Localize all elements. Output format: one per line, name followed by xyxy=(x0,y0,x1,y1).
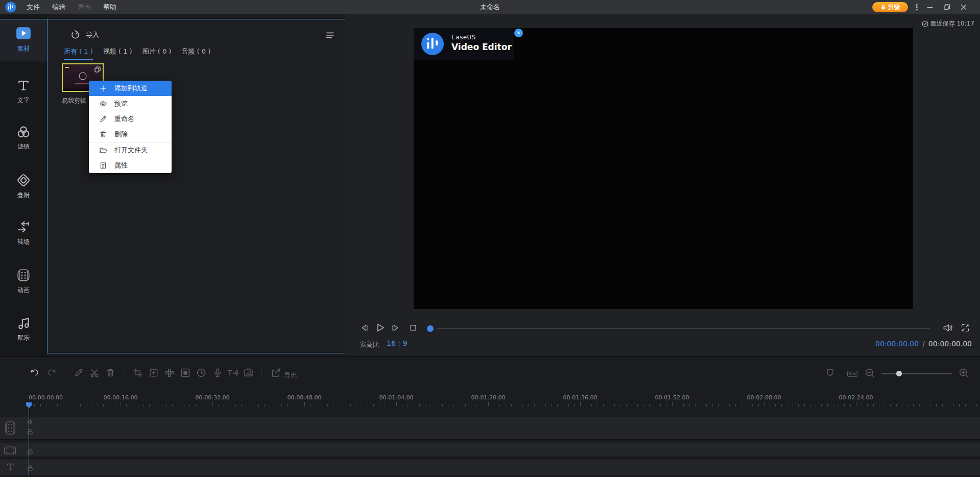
previous-frame-button[interactable] xyxy=(359,323,369,333)
play-button[interactable] xyxy=(374,322,386,333)
crop-icon[interactable] xyxy=(133,368,143,378)
timecode-display: 00:00:00.00 / 00:00:00.00 xyxy=(875,340,972,348)
edit-icon[interactable] xyxy=(74,368,84,378)
track-speaker-icon[interactable] xyxy=(27,419,33,425)
video-track-row[interactable] xyxy=(0,417,980,440)
zoom-out-icon[interactable] xyxy=(865,368,875,378)
menu-bar: 文件 编辑 导出 帮助 xyxy=(20,0,123,14)
playhead-line[interactable] xyxy=(29,403,29,477)
ruler-label: 00:01:04.00 xyxy=(379,394,414,401)
track-unlock-icon[interactable] xyxy=(27,428,33,435)
tab-video[interactable]: 视频 ( 1 ) xyxy=(103,47,132,60)
sidebar-item-label: 文字 xyxy=(17,96,30,105)
sidebar-item-label: 滤镜 xyxy=(17,142,30,151)
watermark-brand: EaseUS xyxy=(451,34,476,41)
playhead-handle[interactable] xyxy=(26,402,32,408)
menu-edit[interactable]: 编辑 xyxy=(46,0,71,14)
sidebar-item-text[interactable]: 文字 xyxy=(0,78,47,105)
total-time: 00:00:00.00 xyxy=(928,340,972,348)
context-menu-properties[interactable]: 属性 xyxy=(89,158,172,173)
timeline-zoom-slider[interactable] xyxy=(881,373,952,374)
sidebar-item-filter[interactable]: 滤镜 xyxy=(0,125,47,151)
aspect-ratio-value[interactable]: 16 : 9 xyxy=(387,339,407,347)
track-unlock-icon[interactable] xyxy=(27,465,33,471)
freeze-frame-icon[interactable] xyxy=(180,368,190,378)
undo-icon[interactable] xyxy=(30,368,40,378)
timeline-zoom-thumb[interactable] xyxy=(896,371,902,376)
menu-help[interactable]: 帮助 xyxy=(97,0,123,14)
kebab-menu-icon[interactable] xyxy=(912,3,921,11)
collection-icon[interactable] xyxy=(94,66,101,73)
context-menu-label: 添加到轨道 xyxy=(114,84,148,93)
video-viewport: EaseUS Video Editor ✕ xyxy=(414,28,913,309)
marker-icon[interactable] xyxy=(826,368,834,378)
sidebar-item-overlay[interactable]: 叠附 xyxy=(0,173,47,200)
context-menu-open-folder[interactable]: 打开文件夹 xyxy=(89,142,172,158)
ruler-label: 00:01:36.00 xyxy=(563,394,597,401)
sidebar-item-label: 转场 xyxy=(17,237,30,246)
seek-slider-thumb[interactable] xyxy=(427,325,434,332)
import-button[interactable]: 导入 xyxy=(70,30,99,40)
duration-icon[interactable] xyxy=(196,368,206,378)
volume-icon[interactable] xyxy=(942,322,953,333)
save-status-label: 最近保存 10:17 xyxy=(930,19,974,28)
fullscreen-icon[interactable] xyxy=(961,323,970,332)
text-to-speech-icon[interactable] xyxy=(227,368,239,378)
title-bar: 文件 编辑 导出 帮助 未命名 升级 xyxy=(0,0,980,14)
list-view-icon[interactable] xyxy=(324,30,336,41)
filter-icon xyxy=(16,125,31,139)
text-icon xyxy=(16,78,31,92)
ruler-label: 00:00:00.00 xyxy=(29,394,63,401)
sidebar-item-label: 动画 xyxy=(17,286,30,295)
minimize-icon[interactable] xyxy=(925,3,935,11)
folder-icon xyxy=(99,146,107,154)
zoom-select-icon[interactable] xyxy=(149,368,159,378)
context-menu-add-to-track[interactable]: 添加到轨道 xyxy=(89,81,172,96)
toolbar-separator xyxy=(124,370,124,378)
upgrade-button[interactable]: 升级 xyxy=(872,2,908,12)
trash-icon xyxy=(99,130,107,138)
ruler-label: 00:02:08.00 xyxy=(747,394,781,401)
context-menu-delete[interactable]: 删除 xyxy=(89,127,172,142)
eye-icon xyxy=(99,100,107,108)
thumbnail-art-logo xyxy=(79,72,87,80)
toolbar-separator xyxy=(65,370,65,378)
tab-all[interactable]: 所有 ( 1 ) xyxy=(64,47,93,60)
text-track-row[interactable] xyxy=(0,458,980,475)
track-unlock-icon[interactable] xyxy=(27,448,33,455)
tab-audio[interactable]: 音频 ( 0 ) xyxy=(181,47,210,60)
context-menu-preview[interactable]: 预览 xyxy=(89,96,172,111)
watermark-product: Video Editor xyxy=(451,42,512,52)
sidebar-item-transition[interactable]: 转场 xyxy=(0,220,47,246)
maximize-icon[interactable] xyxy=(942,3,951,11)
sidebar-item-music[interactable]: 配乐 xyxy=(0,316,47,342)
stop-button[interactable] xyxy=(409,323,418,332)
close-icon[interactable] xyxy=(959,3,968,11)
next-frame-button[interactable] xyxy=(391,323,401,333)
context-menu-rename[interactable]: 重命名 xyxy=(89,111,172,127)
ruler-label: 00:01:52.00 xyxy=(655,394,689,401)
menu-export[interactable]: 导出 xyxy=(71,0,97,14)
media-tabs: 所有 ( 1 ) 视频 ( 1 ) 图片 ( 0 ) 音频 ( 0 ) xyxy=(64,47,210,60)
sidebar-item-media[interactable]: 素材 xyxy=(0,19,47,61)
current-time: 00:00:00.00 xyxy=(875,340,919,348)
easeus-video-editor-window: 文件 编辑 导出 帮助 未命名 升级 xyxy=(0,0,980,477)
mosaic-icon[interactable] xyxy=(164,368,175,378)
sidebar-item-label: 叠附 xyxy=(17,191,30,200)
sidebar-item-animation[interactable]: 动画 xyxy=(0,268,47,295)
redo-icon[interactable] xyxy=(46,368,57,378)
snapshot-icon[interactable] xyxy=(243,368,254,378)
fit-timeline-icon[interactable] xyxy=(845,369,859,378)
overlay-track-row[interactable] xyxy=(0,443,980,457)
sidebar-item-label: 配乐 xyxy=(17,333,30,342)
delete-icon[interactable] xyxy=(105,368,115,378)
menu-file[interactable]: 文件 xyxy=(20,0,46,14)
zoom-in-icon[interactable] xyxy=(959,368,969,378)
tab-image[interactable]: 图片 ( 0 ) xyxy=(142,47,172,60)
export-icon[interactable] xyxy=(271,368,281,378)
cut-icon[interactable] xyxy=(89,368,100,378)
watermark-close-icon[interactable]: ✕ xyxy=(514,29,523,37)
export-button[interactable]: 导出 xyxy=(284,371,297,380)
record-voiceover-icon[interactable] xyxy=(212,368,223,378)
seek-slider-track[interactable] xyxy=(437,328,930,329)
